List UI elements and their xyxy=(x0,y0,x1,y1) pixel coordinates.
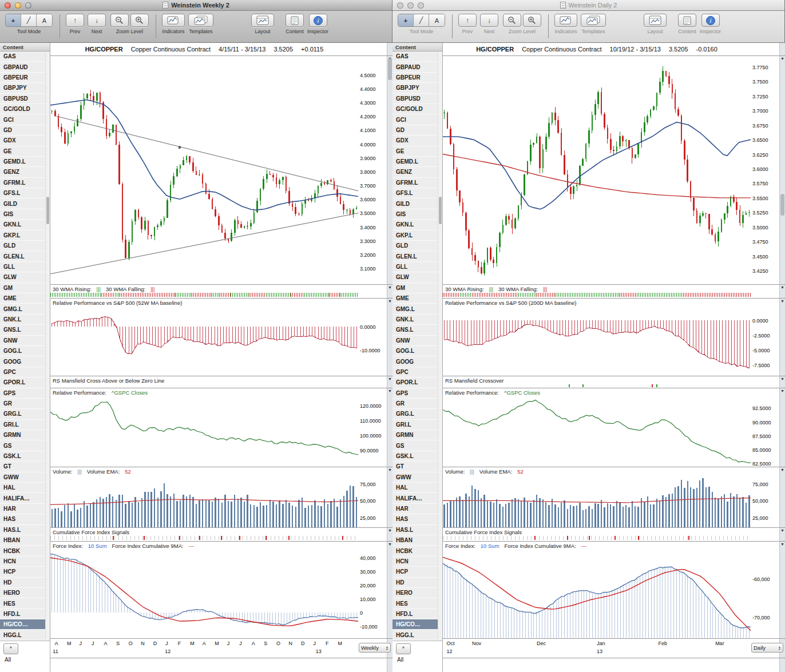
sidebar-item[interactable]: GBPJPY xyxy=(392,83,438,93)
sidebar-item[interactable]: GRG.L xyxy=(0,409,45,419)
sidebar-item[interactable]: GWW xyxy=(392,472,438,483)
sidebar-item[interactable]: GLW xyxy=(0,272,45,283)
scrollbar-thumb[interactable] xyxy=(780,194,784,216)
sidebar-item[interactable]: GT xyxy=(392,462,438,472)
sidebar-item[interactable]: GNK.L xyxy=(392,315,438,325)
collapse-triangle[interactable]: ▼ xyxy=(388,542,392,546)
sidebar-item[interactable]: GSK.L xyxy=(392,451,438,462)
sidebar-item[interactable]: HFD.L xyxy=(392,609,438,619)
collapse-triangle[interactable]: ▼ xyxy=(780,285,784,289)
zoom-window-button[interactable] xyxy=(418,2,424,9)
sidebar-item[interactable]: GLEN.L xyxy=(392,251,438,261)
zoom-window-button[interactable] xyxy=(25,2,31,9)
move-tool-button[interactable]: + xyxy=(6,14,21,26)
sidebar-item[interactable]: GFRM.L xyxy=(392,178,438,188)
sidebar-item[interactable]: GDX xyxy=(0,136,45,146)
sidebar-item[interactable]: GKP.L xyxy=(392,230,438,241)
sidebar-item[interactable]: GCI xyxy=(0,114,45,125)
indicators-button[interactable] xyxy=(554,14,577,27)
volume-chart[interactable]: Volume:|||Volume EMA:52 xyxy=(50,467,358,527)
sidebar-item[interactable]: HAR xyxy=(0,504,45,514)
sidebar-item[interactable]: HAS.L xyxy=(0,525,45,535)
templates-button[interactable] xyxy=(188,14,213,27)
sidebar-item[interactable]: GLD xyxy=(392,241,438,251)
sidebar-item[interactable]: GNS.L xyxy=(392,325,438,335)
sidebar-item[interactable]: GLEN.L xyxy=(0,251,45,261)
titlebar[interactable]: Weinstein Daily 2 xyxy=(392,0,784,11)
sidebar-item[interactable]: HGG.L xyxy=(392,630,438,640)
sidebar-item[interactable]: GME xyxy=(392,293,438,304)
sidebar-item[interactable]: GPOR.L xyxy=(0,377,45,388)
force-index-chart[interactable]: Force Index:10 SumForce Index Cumulative… xyxy=(50,542,358,638)
sidebar-item[interactable]: GNW xyxy=(0,336,45,346)
sidebar-item[interactable]: HCP xyxy=(0,567,45,577)
sidebar-item[interactable]: GLD xyxy=(0,241,45,251)
sidebar-item[interactable]: GBPEUR xyxy=(0,73,45,83)
sidebar-item[interactable]: HBAN xyxy=(392,535,438,546)
sidebar-item[interactable]: GPC xyxy=(392,367,438,377)
sidebar-item[interactable]: GLL xyxy=(0,262,45,272)
sidebar-item[interactable]: GEMD.L xyxy=(0,157,45,167)
rp-closes-chart[interactable]: Relative Performance:^GSPC Closes xyxy=(50,388,358,467)
sidebar-item[interactable]: HAS xyxy=(0,514,45,524)
action-menu-button[interactable]: * xyxy=(396,643,411,654)
collapse-triangle[interactable]: ▼ xyxy=(388,528,392,532)
sidebar-item[interactable]: GIS xyxy=(0,209,45,220)
inspector-button[interactable]: i xyxy=(701,14,720,27)
sidebar-item[interactable]: GE xyxy=(392,146,438,157)
sidebar-item[interactable]: GFRM.L xyxy=(0,178,45,188)
sidebar-item[interactable]: GOG.L xyxy=(392,346,438,356)
sidebar-item[interactable]: GRI.L xyxy=(0,420,45,430)
sidebar-item[interactable]: GPS xyxy=(392,388,438,399)
sidebar-item[interactable]: GBPAUD xyxy=(392,62,438,72)
sidebar-item[interactable]: GBPAUD xyxy=(0,62,45,72)
content-button[interactable] xyxy=(678,14,696,27)
sidebar-item[interactable]: GR xyxy=(0,399,45,409)
zoom-out-button[interactable] xyxy=(110,14,129,27)
sidebar-item[interactable]: GT xyxy=(0,462,45,472)
sidebar-item[interactable]: GNW xyxy=(392,336,438,346)
sidebar-header[interactable]: Content xyxy=(0,43,50,51)
minimize-button[interactable] xyxy=(407,2,414,9)
collapse-triangle[interactable]: ▼ xyxy=(780,389,784,393)
sidebar-item[interactable]: HCN xyxy=(0,556,45,567)
sidebar-item[interactable]: HCP xyxy=(392,567,438,577)
sidebar-item[interactable]: HES xyxy=(0,598,45,609)
templates-button[interactable] xyxy=(581,14,606,27)
sidebar-item[interactable]: GRI.L xyxy=(392,420,438,430)
sidebar-item[interactable]: GPC xyxy=(0,367,45,377)
collapse-triangle[interactable]: ▼ xyxy=(780,377,784,381)
sidebar-item[interactable]: GRG.L xyxy=(392,409,438,419)
main-chart[interactable] xyxy=(443,56,751,284)
sidebar-item[interactable]: HD xyxy=(392,578,438,588)
collapse-triangle[interactable]: ▼ xyxy=(780,299,784,303)
sidebar-item[interactable]: GOOG xyxy=(0,356,45,367)
prev-button[interactable]: ↑ xyxy=(458,14,477,27)
scrollbar-thumb[interactable] xyxy=(439,197,442,224)
collapse-triangle[interactable]: ▼ xyxy=(388,299,392,303)
sidebar-item[interactable]: HAR xyxy=(392,504,438,514)
titlebar[interactable]: Weinstein Weekly 2 xyxy=(0,0,392,11)
sidebar-item[interactable]: GFS.L xyxy=(0,188,45,198)
sidebar-item[interactable]: GENZ xyxy=(392,167,438,177)
sidebar-item[interactable]: GPOR.L xyxy=(392,377,438,388)
sidebar-item[interactable]: GM xyxy=(392,283,438,293)
sidebar-item[interactable]: HBAN xyxy=(0,535,45,546)
sidebar-item[interactable]: HCBK xyxy=(0,546,45,556)
sidebar-item[interactable]: GENZ xyxy=(0,167,45,177)
rp-chart[interactable]: Relative Performance vs S&P 500 (52W MA … xyxy=(50,299,358,376)
close-button[interactable] xyxy=(397,2,403,9)
sidebar-item[interactable]: HGG.L xyxy=(0,630,45,640)
periodicity-select[interactable]: Weekly ▲▼ xyxy=(359,643,391,653)
close-button[interactable] xyxy=(5,2,11,9)
sidebar-item[interactable]: HCBK xyxy=(392,546,438,556)
line-tool-button[interactable]: ╱ xyxy=(414,14,429,26)
indicators-button[interactable] xyxy=(162,14,185,27)
sidebar-item[interactable]: GE xyxy=(0,146,45,157)
sidebar-header[interactable]: Content xyxy=(392,43,442,51)
sidebar-item[interactable]: GAS xyxy=(392,51,438,62)
sidebar-item[interactable]: GNS.L xyxy=(0,325,45,335)
sidebar-item[interactable]: GOG.L xyxy=(0,346,45,356)
sidebar-item[interactable]: HG/CO… xyxy=(0,619,45,630)
sidebar-item[interactable]: GAS xyxy=(0,51,45,62)
